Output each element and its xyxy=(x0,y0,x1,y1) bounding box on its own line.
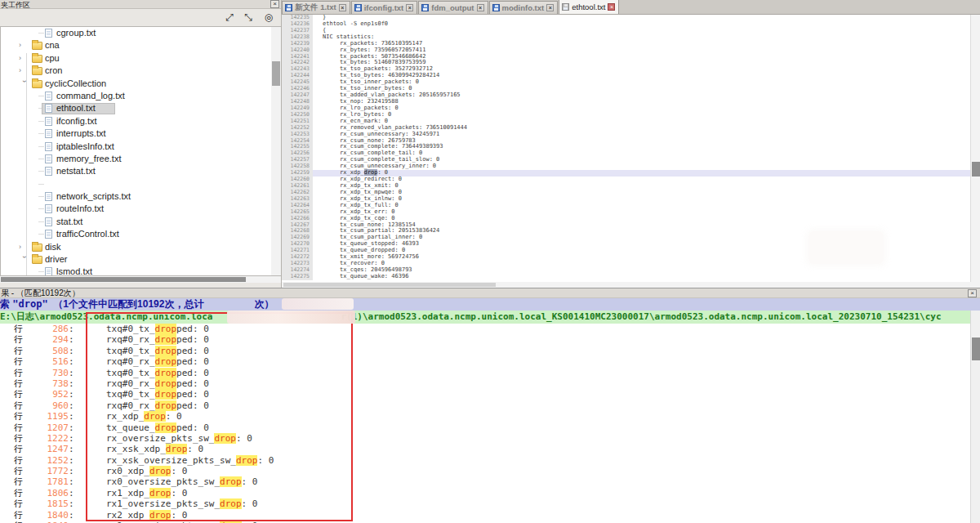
result-row[interactable]: 行1806:rx1_xdp_drop: 0 xyxy=(0,488,970,498)
chevron-collapsed-icon[interactable]: › xyxy=(19,52,27,65)
editor-line-text: rx_xdp_tx_mpwqe: 0 xyxy=(313,189,402,195)
editor-horizontal-scrollbar-thumb[interactable] xyxy=(283,283,496,287)
tab-close-icon[interactable]: × xyxy=(406,4,413,11)
result-row[interactable]: 行1815:rx1_oversize_pkts_sw_drop: 0 xyxy=(0,498,970,509)
tree-item-redacted xyxy=(1,178,281,190)
tree-item-cron[interactable]: ›cron xyxy=(1,65,281,77)
folder-icon xyxy=(32,55,42,63)
chevron-expanded-icon[interactable]: › xyxy=(18,80,30,88)
tree-vertical-scrollbar-thumb[interactable] xyxy=(272,61,280,86)
result-text: rx_xsk_oversize_pkts_sw_drop: 0 xyxy=(106,455,274,466)
tree-item-ethtool.txt[interactable]: ethtool.txt xyxy=(1,102,281,114)
tab-modinfo.txt[interactable]: modinfo.txt× xyxy=(489,1,559,14)
editor-line-text: rx_csum_unnecessary: 34245971 xyxy=(313,131,439,137)
results-vertical-scrollbar-thumb[interactable] xyxy=(972,337,980,360)
results-vertical-scrollbar[interactable] xyxy=(970,311,980,523)
match-highlight: drop xyxy=(236,455,258,466)
result-row[interactable]: 行294:rxq#0_rx_dropped: 0 xyxy=(0,334,970,345)
expand-all-icon[interactable]: ⤢ xyxy=(223,11,236,24)
workspace-close-button[interactable]: × xyxy=(270,0,279,8)
tree-item-cyclicCollection[interactable]: ›cyclicCollection xyxy=(1,78,281,90)
result-row-label: 行 xyxy=(14,378,23,389)
tree-item-disk[interactable]: ›disk xyxy=(1,241,281,253)
tab-close-icon[interactable]: × xyxy=(477,4,484,11)
result-row[interactable]: 行1840:rx2_xdp_drop: 0 xyxy=(0,510,970,521)
tree-item-driver[interactable]: ›driver xyxy=(1,253,281,266)
result-row-label: 行 xyxy=(14,356,23,367)
tree-item-iptablesInfo.txt[interactable]: iptablesInfo.txt xyxy=(1,141,281,153)
tab-ifconfig.txt[interactable]: ifconfig.txt× xyxy=(351,1,418,14)
locate-file-icon[interactable]: ◎ xyxy=(262,11,275,24)
match-highlight: drop xyxy=(149,488,172,498)
result-row[interactable]: 行286:txq#0_tx_dropped: 0 xyxy=(0,324,970,334)
chevron-collapsed-icon[interactable]: › xyxy=(19,65,27,77)
tree-item-interrupts.txt[interactable]: interrupts.txt xyxy=(1,127,281,140)
editor-line-text: tx_tso_inner_bytes: 0 xyxy=(313,85,412,92)
chevron-expanded-icon[interactable]: › xyxy=(18,256,30,264)
tree-horizontal-scrollbar[interactable] xyxy=(0,276,282,283)
tree-item-lsmod.txt[interactable]: lsmod.txt xyxy=(1,266,281,276)
tab-fdm_output[interactable]: fdm_output× xyxy=(418,1,488,14)
results-title: 果 - （匹配10192次） xyxy=(1,288,80,297)
result-row[interactable]: 行516:rxq#0_rx_dropped: 0 xyxy=(0,356,970,367)
match-highlight: drop xyxy=(220,476,242,487)
tree-item-cpu[interactable]: ›cpu xyxy=(1,52,281,65)
result-file-path-row[interactable]: E:\日志\armod0523.odata.ncmp.unicom.locar(… xyxy=(0,311,980,324)
results-close-button[interactable]: × xyxy=(968,289,977,297)
result-row[interactable]: 行1252:rx_xsk_oversize_pkts_sw_drop: 0 xyxy=(0,455,970,466)
result-line-number: 1207 xyxy=(31,422,69,433)
result-row[interactable]: 行1222:rx_oversize_pkts_sw_drop: 0 xyxy=(0,433,970,444)
tree-item-ifconfig.txt[interactable]: ifconfig.txt xyxy=(1,115,281,127)
result-row[interactable]: 行1772:rx0_xdp_drop: 0 xyxy=(0,466,970,476)
result-text: txq#0_tx_dropped: 0 xyxy=(106,389,209,400)
match-highlight: drop xyxy=(155,422,177,433)
result-row[interactable]: 行508:txq#0_tx_dropped: 0 xyxy=(0,346,970,356)
result-row[interactable]: 行1207:tx_queue_dropped: 0 xyxy=(0,422,970,433)
result-line-number: 1252 xyxy=(31,455,69,466)
tree-item-command_log.txt[interactable]: command_log.txt xyxy=(1,90,281,102)
tree-horizontal-scrollbar-thumb[interactable] xyxy=(1,277,246,282)
tree-item-memory_free.txt[interactable]: memory_free.txt xyxy=(1,153,281,165)
tree-item-label: cyclicCollection xyxy=(45,78,106,90)
result-line-number: 1222 xyxy=(31,433,69,444)
chevron-collapsed-icon[interactable]: › xyxy=(19,241,27,253)
match-highlight: drop xyxy=(155,400,177,411)
tree-item-network_scripts.txt[interactable]: network_scripts.txt xyxy=(1,190,281,203)
result-row[interactable]: 行1781:rx0_oversize_pkts_sw_drop: 0 xyxy=(0,476,970,487)
search-summary-row[interactable]: 索 "drop" （1个文件中匹配到10192次，总计次） xyxy=(0,298,980,311)
tab-close-icon[interactable]: × xyxy=(546,4,554,11)
collapse-all-icon[interactable]: ⤡ xyxy=(242,11,255,24)
file-icon xyxy=(45,217,52,226)
tree-item-netstat.txt[interactable]: netstat.txt xyxy=(1,165,281,177)
result-row[interactable]: 行1247:rx_xsk_xdp_drop: 0 xyxy=(0,444,970,454)
editor-vertical-scrollbar[interactable] xyxy=(970,15,980,282)
saved-floppy-icon xyxy=(354,4,362,11)
tab-close-icon[interactable]: × xyxy=(608,3,615,11)
tab-ethtool.txt[interactable]: ethtool.txt× xyxy=(559,0,619,14)
tree-item-routeInfo.txt[interactable]: routeInfo.txt xyxy=(1,203,281,215)
result-row[interactable]: 行960:rxq#0_rx_dropped: 0 xyxy=(0,400,970,411)
file-icon xyxy=(45,154,52,163)
chevron-collapsed-icon[interactable]: › xyxy=(19,39,27,51)
tab-close-icon[interactable]: × xyxy=(339,4,346,11)
tree-vertical-scrollbar[interactable] xyxy=(271,27,281,275)
tree-item-cgroup.txt[interactable]: cgroup.txt xyxy=(1,27,281,39)
tree-item-trafficControl.txt[interactable]: trafficControl.txt xyxy=(1,228,281,240)
editor-horizontal-scrollbar[interactable] xyxy=(282,282,980,288)
tab--1.txt[interactable]: 新文件 1.txt× xyxy=(282,1,350,14)
result-row[interactable]: 行730:txq#0_tx_dropped: 0 xyxy=(0,368,970,378)
result-row-label: 行 xyxy=(14,476,23,487)
result-row[interactable]: 行952:txq#0_tx_dropped: 0 xyxy=(0,389,970,400)
editor-vertical-scrollbar-thumb[interactable] xyxy=(972,162,980,177)
match-highlight: drop xyxy=(149,510,172,521)
workspace-panel: 夹工作区 × ⤢ ⤡ ◎ cgroup.txt›cna›cpu›cron›cyc… xyxy=(0,0,282,288)
result-row[interactable]: 行1195:rx_xdp_drop: 0 xyxy=(0,411,970,422)
result-colon: : xyxy=(69,466,74,476)
tree-item-cna[interactable]: ›cna xyxy=(1,39,281,51)
result-colon: : xyxy=(69,488,74,498)
tree-item-label: cgroup.txt xyxy=(56,27,96,39)
tree-item-stat.txt[interactable]: stat.txt xyxy=(1,216,281,228)
result-colon: : xyxy=(69,498,74,509)
file-icon xyxy=(45,267,52,276)
result-row[interactable]: 行738:rxq#0_rx_dropped: 0 xyxy=(0,378,970,389)
